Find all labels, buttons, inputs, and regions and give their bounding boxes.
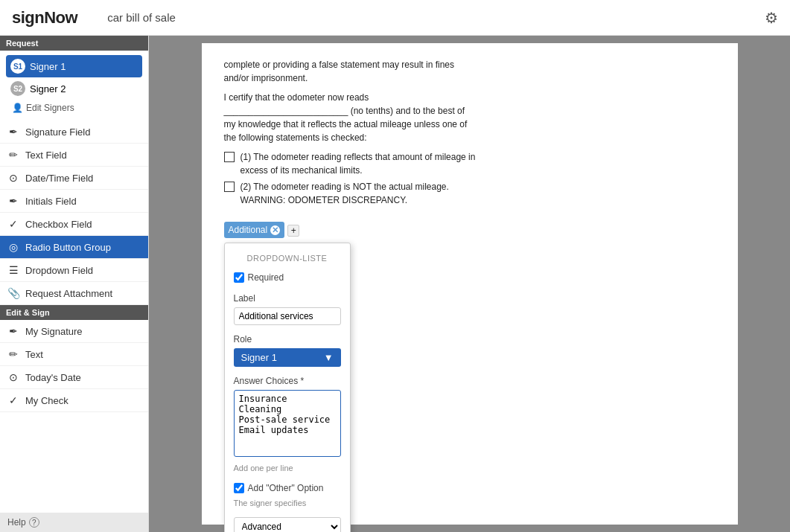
check-text-1: (1) The odometer reading reflects that a… xyxy=(240,150,477,177)
signer-1-item[interactable]: S1 Signer 1 xyxy=(6,55,142,77)
person-icon: 👤 xyxy=(12,103,23,113)
sidebar-item-todays-date[interactable]: ⊙ Today's Date xyxy=(0,366,148,389)
role-row: Role Signer 1 ▼ xyxy=(234,333,341,367)
date-icon: ⊙ xyxy=(7,371,19,383)
radio-icon: ◎ xyxy=(7,241,19,253)
role-value: Signer 1 xyxy=(241,352,277,363)
help-icon: ? xyxy=(29,517,39,528)
additional-close-button[interactable]: ✕ xyxy=(270,225,280,235)
document-page: complete or providing a false statement … xyxy=(202,43,738,525)
settings-icon[interactable]: ⚙ xyxy=(765,9,778,27)
signers-block: S1 Signer 1 S2 Signer 2 👤 Edit Signers xyxy=(0,51,148,121)
doc-para1: complete or providing a false statement … xyxy=(224,58,477,85)
sidebar-item-checkbox-field[interactable]: ✓ Checkbox Field xyxy=(0,213,148,236)
sidebar: Request S1 Signer 1 S2 Signer 2 👤 Edit S… xyxy=(0,36,149,532)
doc-check-row-2: (2) The odometer reading is NOT the actu… xyxy=(224,180,477,207)
signer-1-label: Signer 1 xyxy=(30,61,66,72)
main-area: Request S1 Signer 1 S2 Signer 2 👤 Edit S… xyxy=(0,36,790,532)
sidebar-item-text-field[interactable]: ✏ Text Field xyxy=(0,144,148,167)
sidebar-item-dropdown-field[interactable]: ☰ Dropdown Field xyxy=(0,259,148,282)
signer-2-avatar: S2 xyxy=(10,81,25,96)
required-row: Required xyxy=(234,271,341,284)
signer-2-label: Signer 2 xyxy=(30,83,66,94)
additional-tag-label: Additional xyxy=(229,223,268,237)
sidebar-item-my-signature[interactable]: ✒ My Signature xyxy=(0,320,148,343)
add-other-label[interactable]: Add "Other" Option xyxy=(234,481,341,495)
role-button[interactable]: Signer 1 ▼ xyxy=(234,348,341,367)
dropdown-overlay-area: Additional ✕ + DROPDOWN-LISTE Required xyxy=(224,222,477,532)
sidebar-item-initials-field[interactable]: ✒ Initials Field xyxy=(0,190,148,213)
required-label[interactable]: Required xyxy=(234,271,341,284)
attachment-icon: 📎 xyxy=(7,287,19,299)
checkbox-2[interactable] xyxy=(224,182,235,192)
add-other-row: Add "Other" Option The signer specifies xyxy=(234,481,341,510)
signer-specifies-text: The signer specifies xyxy=(234,497,341,510)
answer-choices-textarea[interactable]: Insurance Cleaning Post-sale service Ema… xyxy=(234,390,341,457)
sidebar-label-attachment: Request Attachment xyxy=(25,288,112,299)
advanced-select[interactable]: Advanced xyxy=(234,517,341,533)
help-label: Help xyxy=(7,517,26,528)
help-bar[interactable]: Help ? xyxy=(0,513,148,532)
sidebar-label-date: Today's Date xyxy=(25,372,81,383)
answer-choices-label: Answer Choices * xyxy=(234,374,341,388)
request-section-label: Request xyxy=(0,36,148,51)
sidebar-label-text-edit: Text xyxy=(25,349,43,360)
sidebar-label-radio: Radio Button Group xyxy=(25,242,111,253)
label-row: Label xyxy=(234,292,341,325)
document-area: complete or providing a false statement … xyxy=(149,36,790,532)
sidebar-label-text: Text Field xyxy=(25,150,67,161)
add-field-button[interactable]: + xyxy=(287,225,299,237)
sidebar-label-check: My Check xyxy=(25,395,69,406)
advanced-row: Advanced xyxy=(234,517,341,533)
sidebar-item-my-check[interactable]: ✓ My Check xyxy=(0,389,148,412)
sidebar-label-checkbox: Checkbox Field xyxy=(25,219,92,230)
check-icon: ✓ xyxy=(7,394,19,406)
document-title[interactable]: car bill of sale xyxy=(107,11,765,24)
doc-para2: I certify that the odometer now reads __… xyxy=(224,91,477,144)
checkbox-1[interactable] xyxy=(224,152,235,162)
sidebar-label-datetime: Date/Time Field xyxy=(25,173,93,184)
add-other-checkbox[interactable] xyxy=(234,483,244,493)
sidebar-item-signature-field[interactable]: ✒ Signature Field xyxy=(0,121,148,144)
add-per-line-hint: Add one per line xyxy=(234,462,341,475)
sidebar-label-my-sig: My Signature xyxy=(25,326,83,337)
app-logo: signNow xyxy=(12,8,77,28)
pen-icon: ✒ xyxy=(7,126,19,138)
panel-title: DROPDOWN-LISTE xyxy=(234,252,341,265)
label-field-label: Label xyxy=(234,292,341,305)
role-label: Role xyxy=(234,333,341,346)
sidebar-label-signature: Signature Field xyxy=(25,126,90,138)
answer-choices-row: Answer Choices * Insurance Cleaning Post… xyxy=(234,374,341,475)
dropdown-icon: ☰ xyxy=(7,264,19,276)
text-icon: ✏ xyxy=(7,149,19,161)
sidebar-label-initials: Initials Field xyxy=(25,196,77,207)
doc-check-row-1: (1) The odometer reading reflects that a… xyxy=(224,150,477,177)
dropdown-edit-panel: DROPDOWN-LISTE Required Label xyxy=(224,243,351,532)
additional-field-tag[interactable]: Additional ✕ xyxy=(224,222,285,238)
sidebar-label-dropdown: Dropdown Field xyxy=(25,265,93,276)
checkbox-icon: ✓ xyxy=(7,218,19,230)
edit-text-icon: ✏ xyxy=(7,348,19,360)
my-sig-icon: ✒ xyxy=(7,325,19,337)
signer-2-item[interactable]: S2 Signer 2 xyxy=(6,77,142,100)
edit-sign-section-label: Edit & Sign xyxy=(0,305,148,320)
required-checkbox[interactable] xyxy=(234,272,244,283)
sidebar-item-datetime-field[interactable]: ⊙ Date/Time Field xyxy=(0,167,148,190)
clock-icon: ⊙ xyxy=(7,172,19,184)
chevron-down-icon: ▼ xyxy=(324,352,334,363)
sidebar-item-request-attachment[interactable]: 📎 Request Attachment xyxy=(0,282,148,305)
header: signNow car bill of sale ⚙ xyxy=(0,0,790,36)
label-input[interactable] xyxy=(234,307,341,325)
signer-1-avatar: S1 xyxy=(10,59,25,74)
edit-signers-button[interactable]: 👤 Edit Signers xyxy=(6,100,142,116)
sidebar-item-text[interactable]: ✏ Text xyxy=(0,343,148,366)
initials-icon: ✒ xyxy=(7,195,19,207)
sidebar-item-radio-group[interactable]: ◎ Radio Button Group xyxy=(0,236,148,259)
check-text-2: (2) The odometer reading is NOT the actu… xyxy=(240,180,477,207)
